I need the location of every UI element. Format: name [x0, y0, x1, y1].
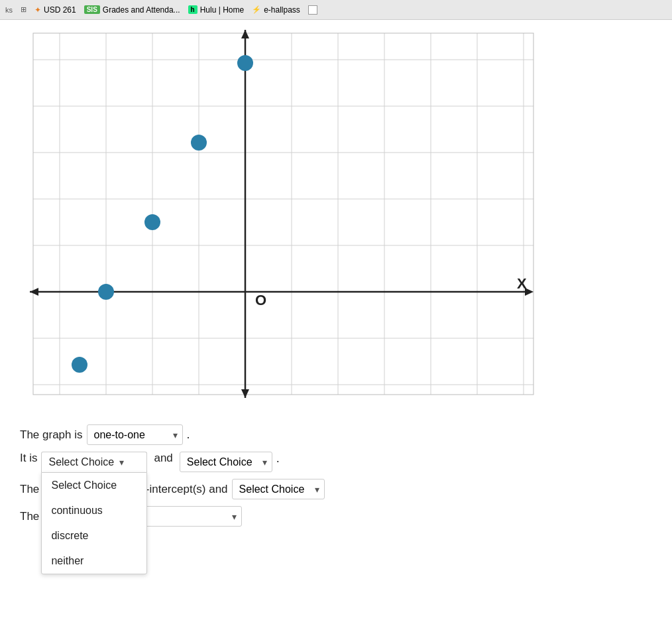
point-3 [144, 214, 160, 230]
tab-ehallpass[interactable]: ⚡ e-hallpass [252, 5, 300, 15]
tab-usd[interactable]: ✦ USD 261 [34, 5, 76, 15]
graph-is-select[interactable]: one-to-one not one-to-one [87, 424, 183, 445]
origin-label: O [255, 292, 266, 308]
x-intercept-label: x-intercept(s) and [140, 483, 227, 496]
tab-grid-icon[interactable]: ⊞ [21, 5, 27, 14]
dropdown1-value: Select Choice [48, 456, 114, 468]
dropdown1-option-discrete[interactable]: discrete [42, 523, 146, 548]
graph-container: O X [20, 27, 537, 411]
coordinate-graph: O X [20, 27, 537, 411]
point-4 [98, 284, 114, 300]
tab-blank[interactable] [308, 5, 317, 15]
svg-marker-24 [241, 30, 249, 38]
tab-sis-grades[interactable]: SIS Grades and Attenda... [84, 5, 180, 15]
graph-is-select-wrapper: one-to-one not one-to-one [87, 424, 183, 445]
dropdown1-option-neither[interactable]: neither [42, 548, 146, 574]
point-2 [191, 135, 207, 151]
main-content: O X The graph is one-to-one not one-to-o… [0, 27, 672, 540]
dropdown1-menu: Select Choice continuous discrete neithe… [41, 472, 147, 574]
dropdown1-trigger[interactable]: Select Choice [41, 452, 147, 472]
it-is-label: It is [20, 452, 37, 465]
svg-marker-25 [241, 389, 249, 398]
hulu-badge: h [188, 5, 197, 14]
tab-hulu[interactable]: h Hulu | Home [188, 5, 245, 15]
dropdown1-option-continuous[interactable]: continuous [42, 498, 146, 523]
bottom-section: The graph is one-to-one not one-to-one .… [0, 418, 672, 540]
and-text-1: and [151, 452, 175, 465]
point-1 [237, 55, 253, 71]
svg-marker-21 [30, 288, 38, 296]
graph-is-period: . [187, 428, 190, 442]
sis-badge: SIS [84, 5, 100, 14]
the-label-1: The [20, 483, 39, 496]
graph-is-label: The graph is [20, 428, 83, 442]
svg-rect-19 [33, 33, 533, 395]
tab-ks[interactable]: ks [5, 6, 13, 14]
x-axis-label: X [517, 275, 527, 292]
dropdown4-select[interactable]: Select Choice [232, 479, 325, 499]
row2-period: . [276, 452, 280, 466]
dropdown2-select[interactable]: Select Choice [180, 452, 272, 472]
dropdown2-wrapper: Select Choice [180, 452, 272, 472]
point-5 [72, 357, 87, 373]
dropdown1-option-select[interactable]: Select Choice [42, 473, 146, 498]
row-it-is: It is Select Choice Select Choice contin… [20, 452, 652, 472]
row-graph-is: The graph is one-to-one not one-to-one . [20, 424, 652, 445]
dropdown1-container: Select Choice Select Choice continuous d… [41, 452, 147, 472]
tab-bar: ks ⊞ ✦ USD 261 SIS Grades and Attenda...… [0, 0, 672, 20]
dropdown4-wrapper: Select Choice [232, 479, 325, 499]
the-label-2: The [20, 510, 39, 523]
